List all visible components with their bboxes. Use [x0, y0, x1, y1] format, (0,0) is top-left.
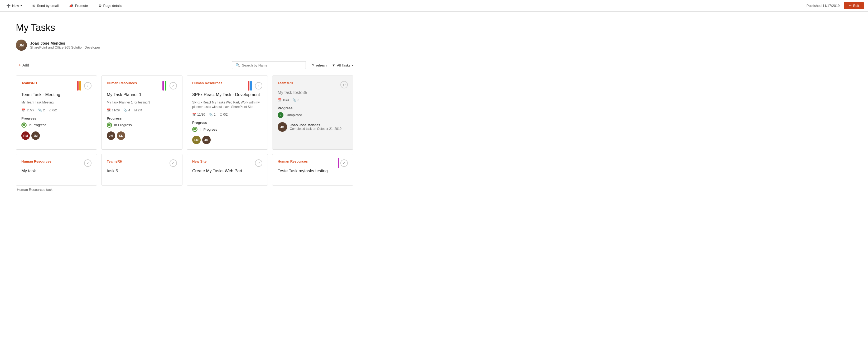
filter-label: All Tasks	[337, 63, 350, 67]
progress-text: In Progress	[29, 123, 46, 127]
progress-status: ✓ Completed	[278, 112, 348, 118]
meta-checklist: ☑ 0/2	[219, 113, 228, 116]
chevron-down-icon: ▾	[21, 4, 22, 7]
refresh-button[interactable]: ↻ refresh	[311, 63, 327, 67]
card-group: Human Resources	[278, 159, 308, 163]
add-button[interactable]: + Add	[16, 61, 32, 69]
avatar-lm: LM	[192, 136, 200, 144]
completed-info: JM João José Mendes Completed task on Oc…	[278, 122, 348, 132]
calendar-icon: 📅	[278, 98, 282, 102]
meta-date: 📅 11/27	[21, 109, 34, 112]
calendar-icon: 📅	[192, 113, 196, 116]
calendar-icon: 📅	[107, 109, 111, 112]
avatar-jm: JM	[202, 136, 211, 144]
complete-task-button[interactable]: ✓	[84, 159, 92, 167]
progress-status: In Progress	[21, 122, 92, 128]
add-label: Add	[23, 63, 29, 67]
toolbar: ➕ New ▾ ✉ Send by email 📣 Promote ⚙ Page…	[0, 0, 868, 11]
complete-task-button[interactable]: ✓	[169, 159, 177, 167]
in-progress-icon	[192, 127, 197, 132]
complete-task-button[interactable]: ✓	[169, 82, 177, 89]
attachment-count: 3	[298, 98, 299, 102]
progress-label: Progress	[21, 116, 92, 120]
gear-icon: ⚙	[99, 4, 102, 8]
progress-text: Completed	[285, 113, 302, 117]
meta-attachments: 📎 2	[38, 109, 45, 112]
avatar-el: EL	[117, 132, 125, 140]
in-progress-icon	[107, 122, 112, 128]
complete-task-button[interactable]: ✓	[340, 159, 348, 167]
edit-button[interactable]: ✏ Edit	[844, 2, 864, 9]
meta-date: 📅 11/30	[192, 113, 205, 116]
attachment-icon: 📎	[292, 98, 297, 102]
completed-user-name: João José Mendes	[290, 123, 341, 127]
avatar-rm: RM	[21, 132, 30, 140]
page-details-button[interactable]: ⚙ Page details	[96, 3, 124, 9]
card-title: Create My Tasks Web Part	[192, 168, 262, 174]
meta-date: 📅 11/29	[107, 109, 120, 112]
edit-label: Edit	[853, 4, 859, 8]
card-create-web-part: New Site ↩ Create My Tasks Web Part	[187, 154, 268, 186]
card-group: New Site	[192, 159, 207, 163]
search-box[interactable]: 🔍	[232, 61, 306, 69]
complete-task-button[interactable]: ↩	[255, 159, 262, 167]
progress-text: In Progress	[114, 123, 131, 127]
edit-icon: ✏	[849, 4, 851, 8]
page-content: My Tasks JM João José Mendes SharePoint …	[0, 11, 369, 202]
meta-attachments: 📎 1	[209, 113, 216, 116]
complete-task-button[interactable]: ✓	[84, 82, 92, 89]
card-description: My Team Task Meeting	[21, 100, 92, 105]
completed-icon: ✓	[278, 112, 283, 118]
search-input[interactable]	[242, 63, 303, 67]
published-text: Published 11/17/2019	[807, 4, 840, 8]
send-email-button[interactable]: ✉ Send by email	[30, 3, 61, 9]
attachment-icon: 📎	[123, 109, 127, 112]
filter-icon: ▼	[332, 63, 335, 67]
card-title: Teste Task mytasks testing	[278, 168, 348, 174]
user-name: João José Mendes	[30, 41, 100, 46]
checklist-value: 0/2	[53, 109, 57, 112]
meta-checklist: ☑ 0/2	[49, 109, 57, 112]
calendar-icon: 📅	[21, 109, 25, 112]
attachment-icon: 📎	[38, 109, 42, 112]
promote-button[interactable]: 📣 Promote	[67, 3, 90, 9]
card-meta: 📅 11/30 📎 1 ☑ 0/2	[192, 113, 262, 116]
card-my-task: Human Resources ✓ My task	[16, 154, 97, 186]
user-info: JM João José Mendes SharePoint and Offic…	[16, 39, 353, 51]
progress-status: In Progress	[107, 122, 177, 128]
promote-label: Promote	[75, 4, 88, 8]
card-title: Team Task - Meeting	[21, 92, 92, 98]
progress-label: Progress	[192, 120, 262, 124]
completed-user-details: João José Mendes Completed task on Octob…	[290, 123, 341, 131]
promote-icon: 📣	[69, 4, 73, 8]
page-title: My Tasks	[16, 22, 353, 33]
meta-attachments: 📎 4	[123, 109, 130, 112]
complete-task-button[interactable]: ✓	[255, 82, 262, 89]
card-meta: 📅 10/3 📎 3	[278, 98, 348, 102]
card-description: My Task Planner 1 for testing 3	[107, 100, 177, 105]
controls-right: 🔍 ↻ refresh ▼ All Tasks ▾	[232, 61, 353, 69]
attachment-count: 2	[43, 109, 45, 112]
date-value: 11/30	[197, 113, 205, 116]
completed-user-date: Completed task on October 21, 2019	[290, 127, 341, 131]
bottom-label-text: Human Resources tack	[17, 188, 53, 192]
card-title: My task	[21, 168, 92, 174]
card-group: Human Resources	[21, 159, 52, 163]
card-group: Human Resources	[192, 81, 222, 85]
attachment-icon: 📎	[209, 113, 213, 116]
toolbar-right: Published 11/17/2019 ✏ Edit	[807, 2, 864, 9]
filter-chevron-icon: ▾	[352, 64, 353, 67]
refresh-label: refresh	[316, 63, 327, 67]
filter-button[interactable]: ▼ All Tasks ▾	[332, 63, 353, 67]
undo-button[interactable]: ↩	[340, 81, 348, 88]
controls-bar: + Add 🔍 ↻ refresh ▼ All Tasks ▾	[16, 61, 353, 69]
avatar-jm: JM	[107, 132, 115, 140]
new-button[interactable]: ➕ New ▾	[4, 3, 24, 9]
card-group: TeamsRH	[278, 81, 293, 85]
card-title: task 5	[107, 168, 177, 174]
user-details: João José Mendes SharePoint and Office 3…	[30, 41, 100, 49]
card-meta: 📅 11/29 📎 4 ☑ 2/4	[107, 109, 177, 112]
new-label: New	[12, 4, 19, 8]
email-icon: ✉	[32, 4, 35, 8]
avatar: JM	[16, 39, 27, 51]
